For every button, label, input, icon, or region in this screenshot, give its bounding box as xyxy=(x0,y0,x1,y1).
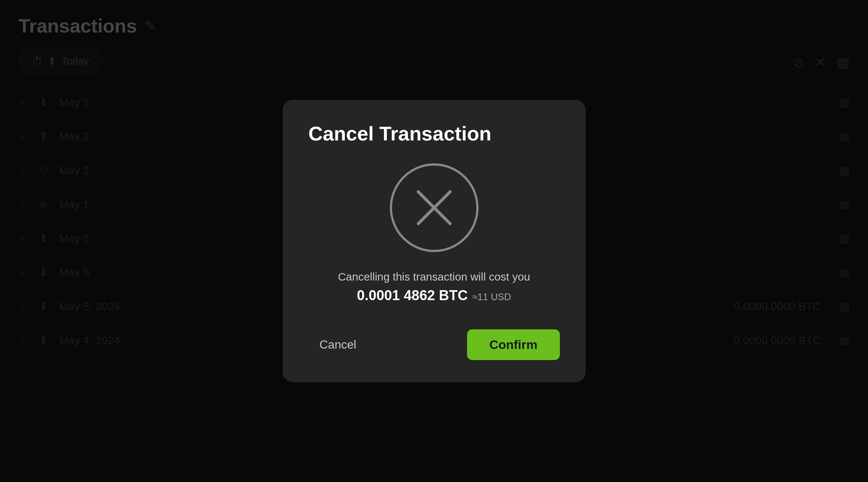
confirm-button[interactable]: Confirm xyxy=(467,329,559,360)
x-icon xyxy=(412,186,456,230)
cancel-transaction-modal: Cancel Transaction Cancelling this trans… xyxy=(283,100,586,382)
modal-icon-area xyxy=(309,163,560,252)
modal-description: Cancelling this transaction will cost yo… xyxy=(309,271,560,283)
modal-amount-btc: 0.0001 4862 BTC xyxy=(357,288,468,303)
cancel-button[interactable]: Cancel xyxy=(309,330,368,359)
modal-buttons: Cancel Confirm xyxy=(309,329,560,360)
modal-amount-usd: ≈11 USD xyxy=(472,291,511,303)
modal-amount-row: 0.0001 4862 BTC ≈11 USD xyxy=(309,288,560,303)
modal-title: Cancel Transaction xyxy=(309,122,560,145)
cancel-circle-icon xyxy=(390,163,479,252)
